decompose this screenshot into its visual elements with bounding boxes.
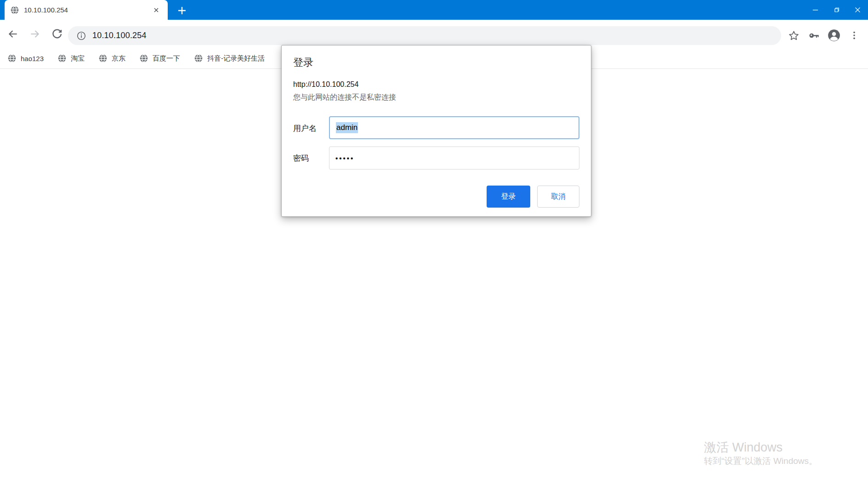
bookmark-item-hao123[interactable]: hao123: [7, 54, 44, 63]
globe-icon: [57, 54, 67, 63]
minimize-button[interactable]: [805, 0, 826, 20]
toolbar: 10.10.100.254: [0, 20, 868, 48]
key-icon: [808, 30, 820, 41]
watermark-line1: 激活 Windows: [704, 440, 817, 455]
globe-icon: [7, 54, 17, 63]
restore-icon: [833, 6, 840, 14]
watermark-line2: 转到“设置”以激活 Windows。: [704, 455, 817, 467]
dialog-security-warning: 您与此网站的连接不是私密连接: [293, 93, 396, 102]
close-icon: [153, 6, 160, 14]
site-info-button[interactable]: [76, 31, 86, 41]
restore-button[interactable]: [826, 0, 847, 20]
back-arrow-icon: [7, 28, 19, 40]
password-label: 密码: [293, 153, 309, 164]
password-input[interactable]: •••••: [329, 147, 579, 169]
titlebar: 10.10.100.254: [0, 0, 868, 20]
info-icon: [76, 31, 86, 41]
bookmark-label: hao123: [21, 55, 44, 62]
refresh-icon: [51, 28, 63, 40]
bookmark-item-jd[interactable]: 京东: [98, 54, 125, 63]
auth-dialog: 登录 http://10.10.100.254 您与此网站的连接不是私密连接 用…: [281, 45, 591, 217]
address-bar[interactable]: 10.10.100.254: [68, 26, 781, 45]
tab-title: 10.10.100.254: [24, 6, 151, 14]
url-text: 10.10.100.254: [92, 31, 147, 40]
browser-tab[interactable]: 10.10.100.254: [5, 0, 168, 20]
activate-windows-watermark: 激活 Windows 转到“设置”以激活 Windows。: [704, 440, 817, 467]
back-button[interactable]: [3, 24, 23, 44]
tab-close-button[interactable]: [151, 5, 161, 15]
signin-button[interactable]: 登录: [487, 186, 530, 208]
close-window-button[interactable]: [847, 0, 868, 20]
menu-button[interactable]: [844, 25, 864, 45]
minimize-icon: [811, 6, 819, 14]
bookmark-item-baidu[interactable]: 百度一下: [139, 54, 180, 63]
dialog-origin-url: http://10.10.100.254: [293, 80, 358, 89]
kebab-menu-icon: [849, 30, 859, 40]
bookmark-item-douyin[interactable]: 抖音-记录美好生活: [194, 54, 265, 63]
dialog-title: 登录: [293, 56, 313, 69]
bookmark-label: 抖音-记录美好生活: [207, 54, 265, 63]
forward-button[interactable]: [25, 24, 45, 44]
refresh-button[interactable]: [47, 24, 67, 44]
window-controls: [805, 0, 868, 20]
username-input[interactable]: admin: [329, 116, 579, 139]
close-icon: [854, 6, 862, 14]
cancel-button[interactable]: 取消: [537, 186, 579, 208]
globe-icon: [139, 54, 148, 63]
profile-avatar-button[interactable]: [824, 25, 844, 45]
avatar-icon: [828, 29, 840, 42]
password-key-button[interactable]: [804, 25, 824, 45]
new-tab-button[interactable]: [175, 4, 189, 17]
bookmark-label: 淘宝: [71, 54, 85, 63]
star-icon: [788, 30, 800, 41]
bookmark-star-button[interactable]: [783, 25, 804, 45]
bookmark-label: 京东: [112, 54, 125, 63]
globe-icon: [194, 54, 203, 63]
plus-icon: [176, 5, 187, 16]
password-masked-value: •••••: [335, 154, 354, 162]
bookmark-label: 百度一下: [153, 54, 180, 63]
toolbar-right: [783, 24, 864, 46]
username-value-selected: admin: [336, 122, 358, 133]
globe-icon: [98, 54, 108, 63]
bookmark-item-taobao[interactable]: 淘宝: [57, 54, 85, 63]
username-label: 用户名: [293, 123, 317, 134]
forward-arrow-icon: [29, 28, 41, 40]
globe-icon: [10, 6, 19, 15]
